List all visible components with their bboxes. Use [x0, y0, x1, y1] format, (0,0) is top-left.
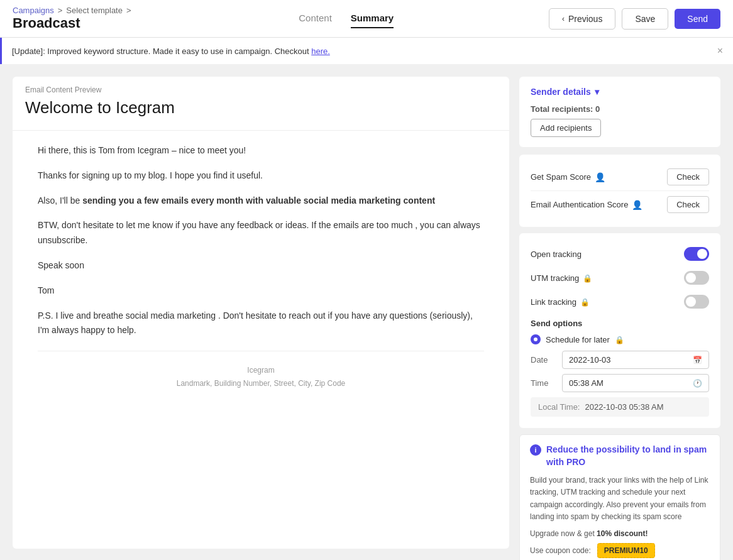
pro-description: Build your brand, track your links with … — [530, 475, 710, 523]
notification-close[interactable]: × — [717, 45, 723, 57]
person-icon-auth: 👤 — [632, 200, 642, 210]
sender-details-toggle[interactable]: Sender details — [531, 87, 709, 97]
chevron-left-icon: ‹ — [562, 14, 565, 23]
upgrade-text: Upgrade now & get 10% discount! — [530, 529, 710, 538]
link-lock-icon — [580, 297, 590, 307]
auth-score-label: Email Authentication Score 👤 — [531, 200, 642, 210]
sender-details-label: Sender details — [531, 87, 591, 97]
utm-lock-icon — [583, 273, 592, 283]
breadcrumb-sep1: > — [58, 6, 63, 15]
auth-score-row: Email Authentication Score 👤 Check — [531, 191, 709, 218]
email-preview-panel: Email Content Preview Welcome to Icegram… — [13, 77, 509, 549]
info-icon: i — [530, 444, 541, 456]
schedule-later-radio[interactable] — [531, 334, 541, 344]
calendar-icon — [693, 355, 702, 365]
send-button[interactable]: Send — [675, 9, 720, 29]
scores-section: Get Spam Score 👤 Check Email Authenticat… — [519, 155, 720, 227]
date-input[interactable]: 2022-10-03 — [562, 351, 709, 369]
breadcrumb-sep2: > — [126, 6, 131, 15]
pro-title: Reduce the possibility to land in spam w… — [546, 444, 710, 468]
check-auth-button[interactable]: Check — [667, 196, 709, 213]
utm-tracking-toggle[interactable] — [684, 271, 709, 285]
coupon-code: PREMIUM10 — [597, 543, 655, 558]
schedule-later-label: Schedule for later — [546, 335, 610, 344]
open-tracking-toggle[interactable] — [684, 247, 709, 261]
breadcrumb: Campaigns > Select template > — [13, 6, 131, 15]
spam-score-row: Get Spam Score 👤 Check — [531, 163, 709, 191]
time-row: Time 05:38 AM — [531, 374, 709, 392]
sidebar: Sender details Total recipients: 0 Add r… — [519, 77, 720, 549]
send-options-label: Send options — [531, 314, 709, 331]
sender-details-section: Sender details Total recipients: 0 Add r… — [519, 77, 720, 147]
pro-banner: i Reduce the possibility to land in spam… — [519, 434, 720, 560]
date-row: Date 2022-10-03 — [531, 351, 709, 369]
tab-content[interactable]: Content — [299, 9, 332, 28]
date-label: Date — [531, 355, 562, 365]
notification-bar: [Update]: Improved keyword structure. Ma… — [0, 38, 733, 64]
tracking-section: Open tracking UTM tracking Link tr — [519, 233, 720, 428]
preview-para-5: Speak soon — [38, 258, 484, 273]
preview-para-2: Thanks for signing up to my blog. I hope… — [38, 168, 484, 184]
add-recipients-button[interactable]: Add recipients — [531, 119, 601, 137]
time-label: Time — [531, 378, 562, 388]
previous-button[interactable]: ‹ Previous — [549, 8, 615, 30]
total-recipients: Total recipients: 0 — [531, 104, 709, 114]
preview-para-7: P.S. I live and breathe social media mar… — [38, 309, 484, 339]
breadcrumb-campaigns[interactable]: Campaigns — [13, 6, 54, 15]
coupon-row: Use coupon code: PREMIUM10 — [530, 543, 710, 558]
schedule-lock-icon — [615, 335, 624, 344]
local-time-display: Local Time: 2022-10-03 05:38 AM — [531, 397, 709, 417]
date-time-section: Date 2022-10-03 Time 05:38 AM Local Time… — [531, 348, 709, 419]
person-icon-spam: 👤 — [595, 172, 605, 182]
preview-body: Hi there, this is Tom from Icegram – nic… — [13, 130, 509, 549]
preview-subject: Welcome to Icegram — [13, 98, 509, 130]
check-spam-button[interactable]: Check — [667, 168, 709, 185]
clock-icon — [693, 378, 702, 388]
preview-para-3: Also, I'll be sending you a few emails e… — [38, 194, 484, 209]
chevron-down-icon — [595, 87, 599, 97]
notification-text: [Update]: Improved keyword structure. Ma… — [12, 47, 311, 56]
open-tracking-label: Open tracking — [531, 250, 581, 259]
page-title: Broadcast — [13, 15, 131, 31]
link-tracking-label: Link tracking — [531, 297, 590, 307]
utm-tracking-row: UTM tracking — [531, 266, 709, 290]
link-tracking-row: Link tracking — [531, 290, 709, 314]
spam-score-label: Get Spam Score 👤 — [531, 172, 605, 182]
breadcrumb-select-template: Select template — [66, 6, 123, 15]
time-input[interactable]: 05:38 AM — [562, 374, 709, 392]
preview-para-6: Tom — [38, 283, 484, 299]
preview-footer-address: Landmark, Building Number, Street, City,… — [50, 377, 471, 390]
schedule-later-row[interactable]: Schedule for later — [531, 331, 709, 348]
open-tracking-row: Open tracking — [531, 242, 709, 266]
preview-footer-company: Icegram — [50, 364, 471, 376]
link-tracking-toggle[interactable] — [684, 295, 709, 309]
preview-label: Email Content Preview — [13, 77, 509, 98]
tab-summary[interactable]: Summary — [351, 9, 394, 28]
notification-link[interactable]: here. — [311, 47, 330, 56]
utm-tracking-label: UTM tracking — [531, 273, 592, 283]
preview-para-1: Hi there, this is Tom from Icegram – nic… — [38, 143, 484, 158]
preview-para-4: BTW, don't hesitate to let me know if yo… — [38, 218, 484, 248]
coupon-label: Use coupon code: — [530, 546, 591, 555]
save-button[interactable]: Save — [622, 8, 668, 30]
